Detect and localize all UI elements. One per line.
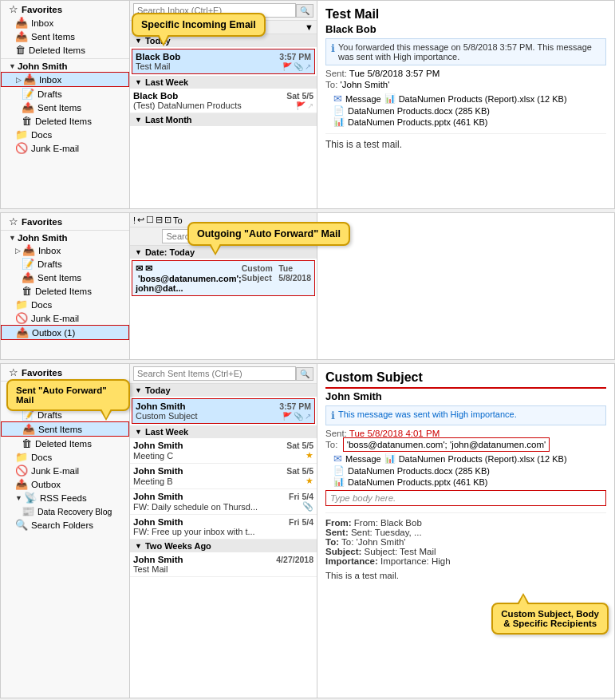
- blog-icon: 📰: [22, 505, 34, 517]
- meta-to-3: To: 'boss@datanumen.com'; 'john@datanume…: [325, 440, 606, 449]
- sidebar2-outbox[interactable]: 📤 Outbox (1): [1, 325, 129, 340]
- msg-item-sent2[interactable]: John Smith Sat 5/5 Meeting C ★: [130, 438, 317, 464]
- outbox2-icon: 📤: [15, 478, 28, 490]
- date-lastweek-header: ▼ Last Week: [130, 76, 317, 89]
- search-button-3[interactable]: 🔍: [296, 367, 313, 381]
- docs-icon: 📁: [15, 129, 28, 140]
- sidebar-john-smith: ▼ John Smith: [1, 61, 129, 72]
- sidebar3-outbox[interactable]: 📤 Outbox: [1, 477, 129, 491]
- sent-icon: 📤: [15, 30, 28, 42]
- ppt-icon-1: 📊: [333, 117, 345, 127]
- junk2-icon: 🚫: [15, 312, 28, 324]
- sidebar3-sent[interactable]: 📤 Sent Items: [1, 421, 129, 437]
- email-body-1: This is a test mail.: [325, 133, 606, 150]
- forward-icon: ↗: [305, 62, 311, 71]
- sidebar2-sent[interactable]: 📤 Sent Items: [1, 271, 129, 284]
- sidebar3-deleted[interactable]: 🗑 Deleted Items: [1, 437, 129, 450]
- msg-item-sent1[interactable]: John Smith 3:57 PM Custom Subject 🚩 📎 ↗: [132, 398, 315, 424]
- star-icon-3: ★: [306, 476, 313, 486]
- excel-icon-1: 📊: [384, 93, 396, 104]
- search-folder-icon: 🔍: [15, 519, 28, 531]
- sidebar2-drafts[interactable]: 📝 Drafts: [1, 257, 129, 271]
- sidebar2-inbox[interactable]: ▷ 📥 Inbox: [1, 243, 129, 257]
- sidebar-drafts[interactable]: 📝 Drafts: [1, 87, 129, 101]
- sidebar-favorites: ☆ Favorites: [1, 2, 129, 16]
- panel-3-content: ☆ Favorites ▼ John Smith ▷ 📥 Inbox 📝 Dra…: [0, 363, 615, 698]
- sidebar2-junk[interactable]: 🚫 Junk E-mail: [1, 311, 129, 325]
- sidebar2-favorites: ☆ Favorites: [1, 215, 129, 228]
- deleted2-icon: 🗑: [22, 115, 32, 127]
- word3-icon: 📄: [333, 465, 345, 476]
- attach-row-2: 📄 DataNumen Products.docx (285 KB): [333, 105, 606, 116]
- sidebar-deleted2[interactable]: 🗑 Deleted Items: [1, 114, 129, 128]
- sidebar-inbox[interactable]: 📥 Inbox: [1, 16, 129, 30]
- sidebar-inbox-selected[interactable]: ▷ 📥 Inbox: [1, 72, 129, 87]
- attach-row-3b: 📄 DataNumen Products.docx (285 KB): [333, 465, 606, 476]
- attach-row-1: ✉ Message 📊 DataNumen Products (Report).…: [333, 93, 606, 105]
- drafts2-icon: 📝: [22, 258, 34, 270]
- attachment-icon: 📎: [294, 62, 303, 71]
- date-lastmonth-header: ▼ Last Month: [130, 113, 317, 126]
- msg-item-sent6[interactable]: John Smith 4/27/2018 Test Mail: [130, 552, 317, 577]
- sidebar3-docs[interactable]: 📁 Docs: [1, 450, 129, 464]
- center-pane-3: 🔍 ▼ Today John Smith 3:57 PM Custom Subj…: [130, 364, 317, 698]
- inbox-icon: 📥: [15, 17, 28, 29]
- panel-2: Outgoing "Auto Forward" Mail ☆ Favorites…: [0, 212, 615, 360]
- sidebar2-deleted[interactable]: 🗑 Deleted Items: [1, 284, 129, 298]
- right-pane-1: Test Mail Black Bob ℹ You forwarded this…: [317, 1, 614, 208]
- msg-list-1: ▼ Today Black Bob 3:57 PM Test Mail 🚩 📎 …: [130, 34, 317, 208]
- sidebar-docs[interactable]: 📁 Docs: [1, 128, 129, 141]
- attach4-icon: 📎: [302, 501, 313, 512]
- date-lastweek-3: ▼ Last Week: [130, 425, 317, 438]
- junk-icon: 🚫: [15, 142, 28, 154]
- msg-item-sent4[interactable]: John Smith Fri 5/4 FW: Daily schedule on…: [130, 489, 317, 515]
- sidebar3-rss[interactable]: ▼ 📡 RSS Feeds: [1, 491, 129, 504]
- msg-list-2: ▼ Date: Today ✉ ✉ 'boss@datanumen.com'; …: [130, 246, 317, 359]
- rss-icon: 📡: [24, 492, 37, 504]
- email-title-1: Test Mail: [325, 7, 606, 22]
- sidebar3-search-folders[interactable]: 🔍 Search Folders: [1, 518, 129, 532]
- msg-list-3: ▼ Today John Smith 3:57 PM Custom Subjec…: [130, 384, 317, 698]
- attach-row-3a: ✉ Message 📊 DataNumen Products (Report).…: [333, 453, 606, 465]
- flag-icon: 🚩: [282, 62, 292, 71]
- inbox3-icon: 📥: [22, 244, 35, 256]
- inbox2-icon: 📥: [23, 73, 36, 85]
- del4-icon: 🗑: [22, 437, 32, 449]
- deleted-icon: 🗑: [15, 44, 26, 56]
- panel-3: Sent "Auto Forward" Mail Custom Subject,…: [0, 363, 615, 698]
- star-icon-2: ★: [306, 450, 313, 461]
- callout-custom-subject: Custom Subject, Body& Specific Recipient…: [491, 603, 609, 635]
- date-today-3: ▼ Today: [130, 384, 317, 397]
- sidebar3-junk[interactable]: 🚫 Junk E-mail: [1, 464, 129, 477]
- email-from-3: John Smith: [325, 390, 606, 402]
- sent2-icon: 📤: [22, 101, 34, 113]
- del3-icon: 🗑: [22, 285, 32, 297]
- msg-item-2[interactable]: Black Bob Sat 5/5 (Test) DataNumen Produ…: [130, 89, 317, 113]
- right-pane-3: Custom Subject John Smith ℹ This message…: [317, 364, 614, 698]
- docs2-icon: 📁: [15, 299, 28, 310]
- msg-item-1[interactable]: Black Bob 3:57 PM Test Mail 🚩 📎 ↗: [132, 49, 315, 74]
- drafts-icon: 📝: [22, 88, 34, 100]
- body-highlight: Type body here.: [325, 490, 606, 506]
- msg-item-outbox[interactable]: ✉ ✉ 'boss@datanumen.com'; john@dat... Cu…: [132, 260, 315, 296]
- callout-outgoing-email: Outgoing "Auto Forward" Mail: [187, 222, 350, 246]
- sidebar-deleted[interactable]: 🗑 Deleted Items: [1, 43, 129, 57]
- panel-1: Specific Incoming Email ☆ Favorites 📥 In…: [0, 0, 615, 209]
- msg-item-sent5[interactable]: John Smith Fri 5/4 FW: Free up your inbo…: [130, 515, 317, 540]
- search-input-3[interactable]: [133, 366, 296, 381]
- sent4-icon: 📤: [22, 423, 35, 435]
- sidebar-junk[interactable]: 🚫 Junk E-mail: [1, 141, 129, 155]
- attach-row-3: 📊 DataNumen Products.pptx (461 KB): [333, 117, 606, 127]
- sidebar-sent2[interactable]: 📤 Sent Items: [1, 101, 129, 114]
- meta-to-1: To: 'John Smith': [325, 80, 606, 89]
- sidebar2-docs[interactable]: 📁 Docs: [1, 298, 129, 311]
- sidebar-sent[interactable]: 📤 Sent Items: [1, 30, 129, 43]
- msg-item-sent3[interactable]: John Smith Sat 5/5 Meeting B ★: [130, 464, 317, 489]
- sidebar3-data-recovery[interactable]: 📰 Data Recovery Blog: [1, 504, 129, 518]
- msg-attach-icon: ✉: [333, 93, 342, 105]
- sidebar-panel2: ☆ Favorites ▼ John Smith ▷ 📥 Inbox 📝 Dra…: [1, 213, 130, 359]
- search-button-1[interactable]: 🔍: [296, 4, 313, 18]
- email-from-1: Black Bob: [325, 23, 606, 35]
- info-box-1: ℹ You forwarded this message on 5/8/2018…: [325, 38, 606, 65]
- attach-row-3c: 📊 DataNumen Products.pptx (461 KB): [333, 477, 606, 487]
